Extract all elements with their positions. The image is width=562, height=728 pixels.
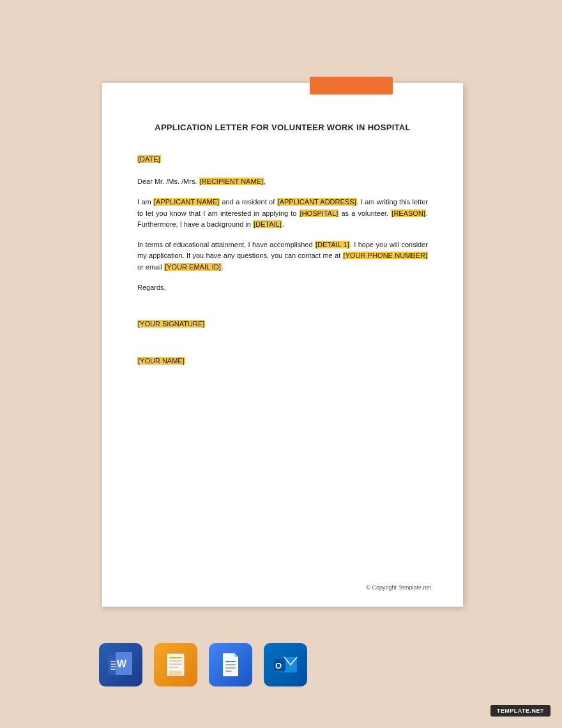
outlook-icon[interactable]: O bbox=[264, 643, 307, 686]
svg-rect-16 bbox=[225, 664, 236, 665]
template-badge: TEMPLATE.NET bbox=[490, 705, 551, 717]
svg-rect-10 bbox=[169, 657, 182, 658]
para1-text4: as a volunteer. bbox=[338, 209, 391, 217]
paragraph-1: I am [APPLICANT NAME] and a resident of … bbox=[137, 197, 428, 231]
word-icon[interactable]: W bbox=[99, 643, 142, 686]
docs-icon[interactable] bbox=[209, 643, 252, 686]
salutation-text: Dear Mr. /Ms. /Mrs. bbox=[137, 178, 197, 185]
svg-text:W: W bbox=[117, 658, 127, 669]
your-name-placeholder: [YOUR NAME] bbox=[137, 357, 185, 365]
regards-line: Regards, bbox=[137, 282, 428, 294]
svg-rect-4 bbox=[110, 661, 116, 662]
paragraph-2: In terms of educational attainment, I ha… bbox=[137, 239, 428, 273]
para1-end: . bbox=[282, 220, 284, 228]
document-card: APPLICATION LETTER FOR VOLUNTEER WORK IN… bbox=[102, 83, 463, 607]
date-line: [DATE] bbox=[137, 154, 428, 165]
svg-rect-7 bbox=[110, 669, 116, 670]
para2-end: . bbox=[222, 263, 224, 271]
para1-text2: and a resident of bbox=[220, 198, 277, 206]
detail-placeholder: [DETAIL] bbox=[253, 220, 282, 228]
reason-placeholder: [REASON] bbox=[391, 209, 426, 217]
regards-text: Regards, bbox=[137, 284, 166, 291]
para2-text1: In terms of educational attainment, I ha… bbox=[137, 241, 315, 248]
name-block: [YOUR NAME] bbox=[137, 356, 428, 367]
svg-text:O: O bbox=[275, 661, 282, 671]
applicant-name: [APPLICANT NAME] bbox=[153, 198, 220, 206]
letter-title: APPLICATION LETTER FOR VOLUNTEER WORK IN… bbox=[137, 121, 428, 135]
applicant-address: [APPLICANT ADDRESS] bbox=[277, 198, 357, 206]
date-placeholder: [DATE] bbox=[137, 155, 161, 163]
svg-rect-14 bbox=[169, 671, 182, 675]
app-icons-row: W bbox=[99, 643, 307, 686]
email-placeholder: [YOUR EMAIL ID] bbox=[164, 263, 222, 271]
orange-tab bbox=[310, 77, 393, 95]
salutation-line: Dear Mr. /Ms. /Mrs. [RECIPIENT NAME], bbox=[137, 176, 428, 188]
phone-placeholder: [YOUR PHONE NUMBER] bbox=[343, 252, 428, 259]
page-background: APPLICATION LETTER FOR VOLUNTEER WORK IN… bbox=[0, 0, 562, 728]
signature-block: [YOUR SIGNATURE] bbox=[137, 319, 428, 330]
svg-rect-12 bbox=[169, 664, 182, 665]
svg-rect-15 bbox=[225, 661, 236, 662]
hospital-placeholder: [HOSPITAL] bbox=[300, 209, 339, 217]
para2-text3: or email bbox=[137, 263, 164, 271]
svg-rect-18 bbox=[225, 671, 232, 672]
recipient-placeholder: [RECIPIENT NAME] bbox=[199, 178, 264, 185]
pages-icon[interactable] bbox=[154, 643, 197, 686]
para1-text1: I am bbox=[137, 198, 153, 206]
svg-rect-5 bbox=[110, 664, 116, 665]
svg-rect-11 bbox=[169, 660, 182, 662]
svg-rect-13 bbox=[169, 667, 178, 668]
copyright-text: © Copyright Template.net bbox=[366, 584, 431, 591]
signature-placeholder: [YOUR SIGNATURE] bbox=[137, 320, 205, 328]
detail1-placeholder: [DETAIL 1] bbox=[315, 241, 350, 248]
svg-rect-6 bbox=[110, 666, 116, 667]
svg-rect-17 bbox=[225, 667, 236, 669]
